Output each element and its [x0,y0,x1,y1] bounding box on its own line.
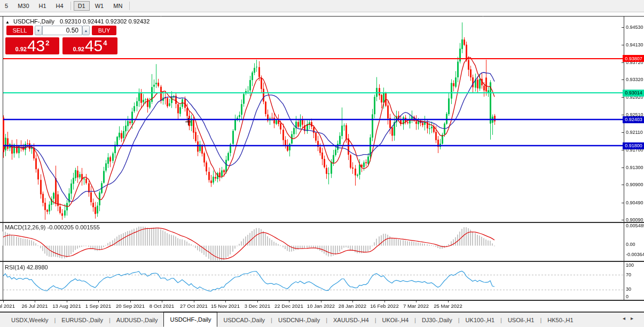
collapse-icon[interactable]: ▲ [5,20,10,25]
date-tick-label: 26 Jul 2021 [21,303,48,309]
price-tick-label: 0.90490 [626,200,643,205]
indicator-tick-label: 0.005489 [626,223,644,228]
tab-scroll-left-icon[interactable]: ◂ [623,315,631,321]
price-tick-label: 0.92110 [626,130,643,135]
date-tick-label: 28 Jan 2022 [339,303,366,309]
date-tick-label: 1 Sep 2021 [85,303,112,309]
sell-price-big: 43 [27,38,45,54]
timeframe-button-d1[interactable]: D1 [74,1,90,11]
date-tick-label: 7 Mar 2022 [403,303,429,309]
price-level-tag: 0.93807 [623,55,644,62]
timeframe-button-m30[interactable]: M30 [13,1,33,11]
tab-hk50-h1[interactable]: HK50-,H1 [541,313,579,327]
sell-price-box[interactable]: 0.92 43 2 [5,37,59,54]
date-tick-label: 3 Dec 2021 [245,303,271,309]
buy-price-box[interactable]: 0.92 45 4 [62,37,117,54]
price-tick-label: 0.91300 [626,165,643,170]
date-tick-label: 7 Jul 2021 [0,303,15,309]
timeframe-button-5[interactable]: 5 [1,1,12,11]
indicator-tick-label: 30 [626,286,631,292]
buy-button[interactable]: BUY [92,26,116,35]
sell-price-prefix: 0.92 [15,46,26,52]
tab-usdchf-daily[interactable]: USDCHF-,Daily [163,312,217,327]
tab-dj30-daily[interactable]: DJ30-,Daily [416,313,458,327]
timeframe-button-mn[interactable]: MN [109,1,127,11]
date-tick-label: 20 Sep 2021 [116,303,145,309]
indicator-tick-label: 100 [626,262,634,268]
tab-xauusd-h4[interactable]: XAUUSD-,H4 [327,313,375,327]
price-level-tag: 0.91800 [623,142,644,149]
one-click-trade-panel: SELL ▼ 0.50 ▲ BUY 0.92 43 2 0.92 45 4 [4,25,119,55]
date-tick-label: 10 Jan 2022 [307,303,335,309]
date-tick-label: 22 Dec 2021 [274,303,303,309]
price-tick-label: 0.90900 [626,182,643,187]
indicator-tick-label: -0.003645 [626,252,644,257]
sell-button[interactable]: SELL [6,26,33,35]
tab-audusd-daily[interactable]: AUDUSD-,Daily [111,313,164,327]
chart-header: ▲ USDCHF-,Daily 0.92310 0.92441 0.92302 … [5,18,150,25]
tab-eurusd-daily[interactable]: EURUSD-,Daily [56,313,109,327]
buy-price-big: 45 [85,38,103,54]
date-tick-label: 16 Feb 2022 [370,303,398,309]
toolbar-separator [129,2,130,10]
date-tick-label: 8 Oct 2021 [150,303,174,309]
tab-ukoil-h4[interactable]: UKOil-,H4 [376,313,415,327]
terminal-window: 5M30H1H4D1W1MN ▲ USDCHF-,Daily 0.92310 0… [0,0,644,327]
price-tick-label: 0.93320 [626,77,643,82]
price-level-tag: 0.92403 [623,116,644,123]
price-tick-label: 0.90090 [626,217,643,222]
timeframe-toolbar: 5M30H1H4D1W1MN [0,0,644,12]
tab-scroll-arrows: ◂▸ [623,315,639,321]
macd-indicator-label: MACD(12,26,9) -0.000205 0.001555 [5,224,100,230]
tab-usdx-weekly[interactable]: USDX,Weekly [5,313,54,327]
tab-usdcad-daily[interactable]: USDCAD-,Daily [217,313,271,327]
timeframe-button-w1[interactable]: W1 [91,1,108,11]
date-tick-label: 25 Mar 2022 [434,303,462,309]
indicator-tick-label: 70 [626,272,631,277]
ohlc-values: 0.92310 0.92441 0.92302 0.92432 [60,18,150,25]
timeframe-button-h1[interactable]: H1 [35,1,51,11]
volume-decrease-button[interactable]: ▼ [35,26,42,35]
date-tick-label: 15 Nov 2021 [211,303,240,309]
symbol-title: USDCHF-,Daily [13,18,54,25]
trade-row: SELL ▼ 0.50 ▲ BUY [4,26,119,35]
indicator-tick-label: 0 [626,294,629,299]
timeframe-button-h4[interactable]: H4 [52,1,68,11]
volume-input[interactable]: 0.50 [42,26,82,35]
price-tick-label: 0.94530 [626,25,643,30]
date-tick-label: 13 Aug 2021 [52,303,81,309]
buy-price-prefix: 0.92 [73,46,84,52]
volume-increase-button[interactable]: ▲ [82,26,90,35]
toolbar-separator [70,2,71,10]
date-tick-label: 27 Oct 2021 [180,303,208,309]
tab-usoil-h1[interactable]: USOil-,H1 [502,313,540,327]
rsi-indicator-label: RSI(14) 42.8980 [5,264,48,270]
tab-usdcnh-daily[interactable]: USDCNH-,Daily [272,313,326,327]
price-level-tag: 0.93014 [623,90,644,97]
tab-uk100-h1[interactable]: UK100-,H1 [460,313,500,327]
indicator-tick-label: 0.00 [626,242,635,247]
buy-price-sup: 4 [103,39,107,47]
chart-tab-bar: USDX,Weekly|EURUSD-,Daily|AUDUSD-,DailyU… [0,312,644,327]
price-tick-label: 0.94130 [626,42,643,47]
sell-price-sup: 2 [45,39,49,47]
tab-scroll-right-icon[interactable]: ▸ [631,315,639,321]
